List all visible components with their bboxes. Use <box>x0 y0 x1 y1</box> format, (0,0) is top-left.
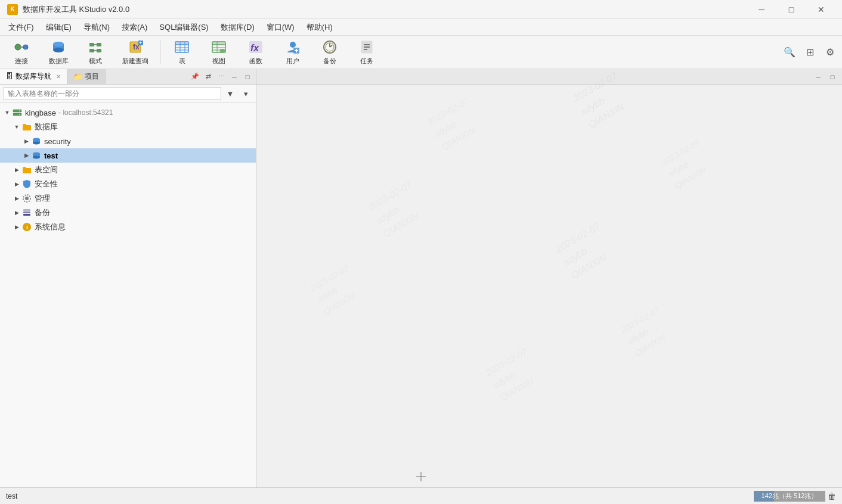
tree-backup[interactable]: ▶ 备份 <box>0 206 256 220</box>
tab-project[interactable]: 📁 项目 <box>67 69 106 84</box>
sysinfo-label: 系统信息 <box>35 222 66 232</box>
toolbar-connect[interactable]: 连接 <box>4 38 39 67</box>
root-sublabel: - localhost:54321 <box>58 108 113 117</box>
svg-point-55 <box>25 197 29 200</box>
toolbar-table-label: 表 <box>179 57 185 66</box>
menu-file[interactable]: 文件(F) <box>2 19 40 35</box>
management-toggle[interactable]: ▶ <box>12 194 21 203</box>
databases-toggle[interactable]: ▼ <box>12 122 21 132</box>
menu-search[interactable]: 搜索(A) <box>116 19 153 35</box>
panel-more-btn[interactable]: ⋯ <box>215 71 227 83</box>
connect-icon <box>13 39 30 55</box>
tab-db-navigator-label: 数据库导航 <box>16 71 51 82</box>
tree-root-kingbase[interactable]: ▼ kingbase - localhost:54321 <box>0 105 256 120</box>
tablespace-toggle[interactable]: ▶ <box>12 165 21 175</box>
root-toggle[interactable]: ▼ <box>2 108 12 117</box>
toolbar-task[interactable]: 任务 <box>349 38 385 67</box>
toolbar-connect-label: 连接 <box>15 57 28 66</box>
panel-minimize-btn[interactable]: ─ <box>228 71 240 83</box>
security-toggle[interactable]: ▶ <box>21 136 31 146</box>
right-panel: ─ □ 2023-02-07sdybbQIANXIN 2023-02-07sdy… <box>256 69 842 487</box>
svg-rect-59 <box>23 209 30 211</box>
tree-db-test[interactable]: ▶ test <box>0 148 256 163</box>
svg-point-30 <box>219 49 225 52</box>
right-panel-header: ─ □ <box>256 69 842 85</box>
svg-rect-57 <box>23 214 30 216</box>
toolbar-backup[interactable]: 备份 <box>312 38 348 67</box>
toolbar-schema[interactable]: 模式 <box>78 38 113 67</box>
memory-bar-text: 142兆（共 512兆） <box>756 491 823 500</box>
filter-btn[interactable]: ▼ <box>224 87 237 100</box>
svg-rect-7 <box>89 43 94 46</box>
menu-edit[interactable]: 编辑(E) <box>40 19 78 35</box>
gc-button[interactable]: 🗑 <box>828 491 836 501</box>
new-query-icon: fx + <box>127 39 144 55</box>
sysinfo-toggle[interactable]: ▶ <box>12 222 21 232</box>
menu-help[interactable]: 帮助(H) <box>301 19 339 35</box>
tablespace-folder-icon <box>21 164 32 175</box>
toolbar-table[interactable]: 表 <box>164 38 200 67</box>
right-panel-maximize-btn[interactable]: □ <box>826 71 838 83</box>
toolbar-separator-1 <box>160 41 160 64</box>
db-nav-icon: 🗄 <box>6 72 13 80</box>
toolbar-task-label: 任务 <box>360 57 373 66</box>
security-node-toggle[interactable]: ▶ <box>12 179 21 189</box>
svg-point-6 <box>53 42 64 46</box>
function-icon: fx <box>247 39 264 55</box>
database-icon <box>50 39 67 55</box>
svg-text:fx: fx <box>250 43 259 53</box>
svg-point-47 <box>19 110 20 111</box>
filter-bar: ▼ ▾ <box>0 85 256 103</box>
tab-db-navigator[interactable]: 🗄 数据库导航 ✕ <box>0 69 67 84</box>
settings-icon[interactable]: ⚙ <box>822 44 838 61</box>
app-icon: K <box>7 4 18 15</box>
backup-layers-icon <box>21 207 32 218</box>
server-icon <box>12 107 23 118</box>
status-bar: test 142兆（共 512兆） 🗑 <box>0 487 842 504</box>
menu-nav[interactable]: 导航(N) <box>78 19 116 35</box>
filter-dropdown-btn[interactable]: ▾ <box>239 87 252 100</box>
test-toggle[interactable]: ▶ <box>21 151 31 160</box>
menu-database[interactable]: 数据库(D) <box>215 19 261 35</box>
right-panel-minimize-btn[interactable]: ─ <box>812 71 824 83</box>
tree-tablespace[interactable]: ▶ 表空间 <box>0 163 256 177</box>
toolbar-user[interactable]: 用户 <box>275 38 311 67</box>
view-icon <box>210 39 227 55</box>
shield-icon <box>21 179 32 189</box>
tree-security[interactable]: ▶ 安全性 <box>0 177 256 191</box>
grid-icon[interactable]: ⊞ <box>801 44 818 61</box>
resize-icon <box>415 471 427 483</box>
backup-toggle[interactable]: ▶ <box>12 208 21 217</box>
panel-pin-btn[interactable]: 📌 <box>189 71 201 83</box>
toolbar-new-query[interactable]: fx + 新建查询 <box>114 38 156 67</box>
toolbar-new-query-label: 新建查询 <box>122 57 148 66</box>
svg-point-54 <box>33 156 40 159</box>
panel-maximize-btn[interactable]: □ <box>242 71 253 83</box>
svg-point-33 <box>290 42 296 48</box>
right-panel-controls: ─ □ <box>812 71 838 83</box>
panel-swap-btn[interactable]: ⇄ <box>202 71 214 83</box>
filter-input[interactable] <box>4 87 221 100</box>
tree-databases-folder[interactable]: ▼ 数据库 <box>0 120 256 134</box>
tree-management[interactable]: ▶ 管理 <box>0 191 256 206</box>
menu-sql-editor[interactable]: SQL编辑器(S) <box>153 19 214 35</box>
maximize-button[interactable]: □ <box>778 0 805 19</box>
watermark-container: 2023-02-07sdybbQIANXIN 2023-02-07sdybbQI… <box>256 69 842 487</box>
toolbar-view[interactable]: 视图 <box>201 38 237 67</box>
toolbar-function[interactable]: fx 函数 <box>238 38 274 67</box>
svg-point-2 <box>23 45 28 49</box>
search-icon[interactable]: 🔍 <box>781 44 798 61</box>
menu-window[interactable]: 窗口(W) <box>261 19 301 35</box>
title-bar: K 数据库开发工具 KStudio v2.0.0 ─ □ ✕ <box>0 0 842 19</box>
tab-db-nav-close[interactable]: ✕ <box>56 73 61 80</box>
close-button[interactable]: ✕ <box>807 0 835 19</box>
tree-sysinfo[interactable]: ▶ i 系统信息 <box>0 220 256 234</box>
watermark-4: 2023-02-07sdybbQIANXIN <box>618 304 676 360</box>
backup-label: 备份 <box>35 207 50 218</box>
svg-rect-58 <box>23 211 30 213</box>
minimize-button[interactable]: ─ <box>748 0 775 19</box>
toolbar-database-label: 数据库 <box>49 57 69 66</box>
tree-db-security[interactable]: ▶ security <box>0 134 256 148</box>
toolbar-database[interactable]: 数据库 <box>41 38 76 67</box>
memory-bar[interactable]: 142兆（共 512兆） <box>754 491 825 502</box>
